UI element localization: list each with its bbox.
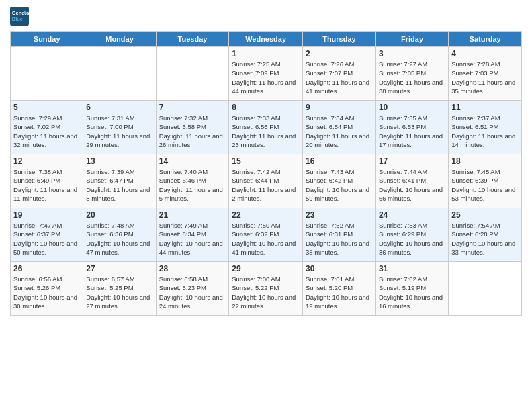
calendar-cell: [83, 47, 156, 101]
day-info: Sunrise: 7:02 AM Sunset: 5:19 PM Dayligh…: [379, 275, 445, 310]
day-info: Sunrise: 7:49 AM Sunset: 6:34 PM Dayligh…: [159, 221, 226, 257]
calendar-body: 1Sunrise: 7:25 AM Sunset: 7:09 PM Daylig…: [11, 47, 522, 316]
day-info: Sunrise: 6:58 AM Sunset: 5:23 PM Dayligh…: [159, 275, 226, 310]
day-header-monday: Monday: [83, 32, 156, 47]
calendar-cell: 13Sunrise: 7:39 AM Sunset: 6:47 PM Dayli…: [83, 154, 156, 208]
day-number: 30: [306, 264, 373, 273]
day-number: 23: [306, 210, 373, 220]
calendar-table: SundayMondayTuesdayWednesdayThursdayFrid…: [10, 31, 522, 316]
calendar-cell: 14Sunrise: 7:40 AM Sunset: 6:46 PM Dayli…: [156, 154, 229, 208]
day-number: 2: [306, 49, 373, 58]
day-number: 17: [379, 156, 445, 166]
calendar-cell: 6Sunrise: 7:31 AM Sunset: 7:00 PM Daylig…: [83, 101, 156, 154]
day-info: Sunrise: 7:38 AM Sunset: 6:49 PM Dayligh…: [13, 167, 80, 203]
day-number: 3: [379, 49, 445, 58]
week-row: 1Sunrise: 7:25 AM Sunset: 7:09 PM Daylig…: [11, 47, 522, 101]
header-row: SundayMondayTuesdayWednesdayThursdayFrid…: [11, 32, 522, 47]
day-number: 16: [306, 156, 373, 166]
calendar-cell: 22Sunrise: 7:50 AM Sunset: 6:32 PM Dayli…: [229, 208, 303, 262]
day-info: Sunrise: 7:43 AM Sunset: 6:42 PM Dayligh…: [306, 167, 373, 203]
day-info: Sunrise: 7:33 AM Sunset: 6:56 PM Dayligh…: [232, 113, 300, 149]
calendar-cell: 24Sunrise: 7:53 AM Sunset: 6:29 PM Dayli…: [375, 208, 448, 262]
day-info: Sunrise: 7:01 AM Sunset: 5:20 PM Dayligh…: [306, 275, 373, 310]
calendar-cell: [156, 47, 229, 101]
day-info: Sunrise: 7:37 AM Sunset: 6:51 PM Dayligh…: [451, 113, 519, 149]
day-info: Sunrise: 7:32 AM Sunset: 6:58 PM Dayligh…: [159, 113, 226, 149]
calendar-cell: 18Sunrise: 7:45 AM Sunset: 6:39 PM Dayli…: [449, 154, 522, 208]
day-number: 9: [306, 103, 373, 112]
calendar-cell: 23Sunrise: 7:52 AM Sunset: 6:31 PM Dayli…: [302, 208, 375, 262]
day-number: 20: [86, 210, 152, 220]
day-number: 14: [159, 156, 226, 166]
day-info: Sunrise: 6:57 AM Sunset: 5:25 PM Dayligh…: [86, 275, 152, 310]
calendar-cell: 16Sunrise: 7:43 AM Sunset: 6:42 PM Dayli…: [302, 154, 375, 208]
day-info: Sunrise: 7:53 AM Sunset: 6:29 PM Dayligh…: [379, 221, 445, 257]
calendar-cell: 27Sunrise: 6:57 AM Sunset: 5:25 PM Dayli…: [83, 262, 156, 316]
calendar-cell: 1Sunrise: 7:25 AM Sunset: 7:09 PM Daylig…: [229, 47, 303, 101]
logo: General Blue: [10, 7, 32, 26]
day-info: Sunrise: 7:48 AM Sunset: 6:36 PM Dayligh…: [86, 221, 152, 257]
day-number: 28: [159, 264, 226, 273]
day-info: Sunrise: 7:25 AM Sunset: 7:09 PM Dayligh…: [232, 60, 300, 95]
day-info: Sunrise: 7:50 AM Sunset: 6:32 PM Dayligh…: [232, 221, 300, 257]
logo-icon: General Blue: [10, 7, 29, 26]
day-info: Sunrise: 7:54 AM Sunset: 6:28 PM Dayligh…: [451, 221, 519, 257]
day-info: Sunrise: 7:44 AM Sunset: 6:41 PM Dayligh…: [379, 167, 445, 203]
calendar-cell: 9Sunrise: 7:34 AM Sunset: 6:54 PM Daylig…: [302, 101, 375, 154]
day-header-friday: Friday: [375, 32, 448, 47]
day-info: Sunrise: 7:35 AM Sunset: 6:53 PM Dayligh…: [379, 113, 445, 149]
day-header-thursday: Thursday: [302, 32, 375, 47]
svg-text:Blue: Blue: [12, 16, 23, 22]
calendar-cell: 8Sunrise: 7:33 AM Sunset: 6:56 PM Daylig…: [229, 101, 303, 154]
week-row: 26Sunrise: 6:56 AM Sunset: 5:26 PM Dayli…: [11, 262, 522, 316]
calendar-header: SundayMondayTuesdayWednesdayThursdayFrid…: [11, 32, 522, 47]
calendar-cell: 4Sunrise: 7:28 AM Sunset: 7:03 PM Daylig…: [449, 47, 522, 101]
calendar-cell: 21Sunrise: 7:49 AM Sunset: 6:34 PM Dayli…: [156, 208, 229, 262]
calendar-cell: 5Sunrise: 7:29 AM Sunset: 7:02 PM Daylig…: [11, 101, 83, 154]
day-info: Sunrise: 7:45 AM Sunset: 6:39 PM Dayligh…: [451, 167, 519, 203]
week-row: 5Sunrise: 7:29 AM Sunset: 7:02 PM Daylig…: [11, 101, 522, 154]
day-header-sunday: Sunday: [11, 32, 83, 47]
day-number: 21: [159, 210, 226, 220]
day-number: 10: [379, 103, 445, 112]
calendar-cell: 10Sunrise: 7:35 AM Sunset: 6:53 PM Dayli…: [375, 101, 448, 154]
day-info: Sunrise: 7:40 AM Sunset: 6:46 PM Dayligh…: [159, 167, 226, 203]
calendar-cell: 25Sunrise: 7:54 AM Sunset: 6:28 PM Dayli…: [449, 208, 522, 262]
calendar-cell: 15Sunrise: 7:42 AM Sunset: 6:44 PM Dayli…: [229, 154, 303, 208]
calendar-cell: [449, 262, 522, 316]
calendar-cell: 12Sunrise: 7:38 AM Sunset: 6:49 PM Dayli…: [11, 154, 83, 208]
calendar-cell: 3Sunrise: 7:27 AM Sunset: 7:05 PM Daylig…: [375, 47, 448, 101]
day-number: 8: [232, 103, 300, 112]
calendar-cell: 2Sunrise: 7:26 AM Sunset: 7:07 PM Daylig…: [302, 47, 375, 101]
day-number: 1: [232, 49, 300, 58]
day-number: 5: [13, 103, 80, 112]
calendar-cell: 7Sunrise: 7:32 AM Sunset: 6:58 PM Daylig…: [156, 101, 229, 154]
day-number: 26: [13, 264, 80, 273]
day-info: Sunrise: 7:52 AM Sunset: 6:31 PM Dayligh…: [306, 221, 373, 257]
day-info: Sunrise: 7:28 AM Sunset: 7:03 PM Dayligh…: [451, 60, 519, 95]
day-info: Sunrise: 7:39 AM Sunset: 6:47 PM Dayligh…: [86, 167, 152, 203]
week-row: 12Sunrise: 7:38 AM Sunset: 6:49 PM Dayli…: [11, 154, 522, 208]
header: General Blue: [10, 7, 522, 26]
day-number: 7: [159, 103, 226, 112]
day-header-tuesday: Tuesday: [156, 32, 229, 47]
calendar-cell: [11, 47, 83, 101]
calendar-cell: 11Sunrise: 7:37 AM Sunset: 6:51 PM Dayli…: [449, 101, 522, 154]
day-number: 13: [86, 156, 152, 166]
day-number: 27: [86, 264, 152, 273]
day-info: Sunrise: 7:31 AM Sunset: 7:00 PM Dayligh…: [86, 113, 152, 149]
day-number: 6: [86, 103, 152, 112]
day-info: Sunrise: 7:42 AM Sunset: 6:44 PM Dayligh…: [232, 167, 300, 203]
day-number: 15: [232, 156, 300, 166]
day-header-wednesday: Wednesday: [229, 32, 303, 47]
day-info: Sunrise: 7:00 AM Sunset: 5:22 PM Dayligh…: [232, 275, 300, 310]
week-row: 19Sunrise: 7:47 AM Sunset: 6:37 PM Dayli…: [11, 208, 522, 262]
calendar-cell: 20Sunrise: 7:48 AM Sunset: 6:36 PM Dayli…: [83, 208, 156, 262]
day-info: Sunrise: 7:27 AM Sunset: 7:05 PM Dayligh…: [379, 60, 445, 95]
calendar-cell: 30Sunrise: 7:01 AM Sunset: 5:20 PM Dayli…: [302, 262, 375, 316]
calendar-cell: 31Sunrise: 7:02 AM Sunset: 5:19 PM Dayli…: [375, 262, 448, 316]
day-number: 19: [13, 210, 80, 220]
day-number: 25: [451, 210, 519, 220]
day-info: Sunrise: 7:26 AM Sunset: 7:07 PM Dayligh…: [306, 60, 373, 95]
day-number: 22: [232, 210, 300, 220]
